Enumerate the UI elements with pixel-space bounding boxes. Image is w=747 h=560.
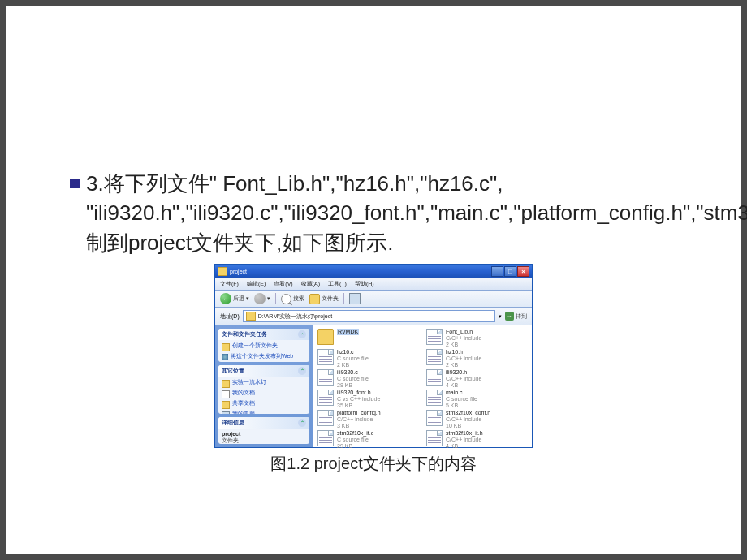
close-button[interactable]: × (517, 266, 529, 277)
go-button[interactable]: → 转到 (505, 312, 527, 321)
forward-button[interactable]: → ▾ (254, 293, 270, 304)
place-mydocs[interactable]: 我的文档 (222, 389, 306, 399)
minimize-button[interactable]: _ (491, 266, 503, 277)
file-item[interactable]: stm32f10x_conf.hC/C++ include 10 KB (426, 410, 527, 429)
details-box: 详细信息 ⌃ project 文件夹 修改日期: 2013年3月5日, 13:5… (218, 417, 309, 444)
search-button[interactable]: 搜索 (281, 294, 304, 304)
file-icon (317, 410, 334, 426)
folder-icon (222, 380, 230, 388)
file-item[interactable]: stm32f10x_it.cC source file 29 KB (317, 430, 418, 449)
menubar: 文件(F) 编辑(E) 查看(V) 收藏(A) 工具(T) 帮助(H) (215, 278, 532, 291)
file-meta: C source file 28 KB (337, 376, 369, 388)
file-name: main.c (446, 390, 477, 396)
file-info: stm32f10x_it.cC source file 29 KB (337, 430, 374, 449)
chevron-down-icon: ▾ (267, 295, 270, 302)
file-name: ili9320.c (337, 369, 369, 376)
place-parent[interactable]: 实验一流水灯 (222, 378, 306, 389)
separator (275, 293, 276, 304)
file-name: Font_Lib.h (446, 329, 481, 335)
file-name: stm32f10x_it.c (337, 430, 374, 437)
task-publish[interactable]: 将这个文件夹发布到Web (222, 352, 306, 361)
shared-docs-icon (222, 401, 230, 409)
address-input[interactable]: D:\ARM\实验一流水灯\project (243, 310, 495, 322)
file-icon (426, 390, 443, 406)
file-list: RVMDKFont_Lib.hC/C++ include 2 KBhz16.cC… (313, 325, 532, 447)
menu-tools[interactable]: 工具(T) (328, 280, 347, 288)
file-name: ili9320_font.h (337, 390, 380, 396)
side-panel: 文件和文件夹任务 ⌃ 创建一个新文件夹 将这个文件夹发布到Web 共享此文件夹 … (215, 325, 313, 447)
file-item[interactable]: Font_Lib.hC/C++ include 2 KB (426, 329, 527, 347)
slide: 3.将下列文件" Font_Lib.h","hz16.h","hz16.c", … (6, 6, 741, 554)
file-item[interactable]: hz16.cC source file 2 KB (317, 349, 418, 368)
collapse-icon: ⌃ (298, 419, 306, 427)
task-new-folder[interactable]: 创建一个新文件夹 (222, 342, 306, 352)
menu-fav[interactable]: 收藏(A) (301, 280, 320, 288)
file-name: ili9320.h (446, 369, 481, 376)
separator (343, 293, 344, 304)
menu-edit[interactable]: 编辑(E) (247, 280, 266, 288)
search-label: 搜索 (293, 295, 304, 303)
details-name: project (222, 431, 240, 437)
file-icon (317, 369, 334, 386)
file-item[interactable]: ili9320.hC/C++ include 4 KB (426, 369, 527, 388)
window-title: project (230, 269, 247, 274)
file-name: stm32f10x_it.h (446, 430, 483, 437)
details-type: 文件夹 (222, 437, 239, 443)
bullet-line-1: 3.将下列文件" Font_Lib.h","hz16.h","hz16.c", (6, 169, 741, 198)
file-meta: C source file 2 KB (337, 355, 369, 368)
titlebar[interactable]: project _ □ × (215, 265, 532, 278)
places-title: 其它位置 (222, 367, 244, 375)
chevron-down-icon[interactable]: ▾ (499, 313, 502, 320)
addressbar: 地址(D) D:\ARM\实验一流水灯\project ▾ → 转到 (215, 308, 532, 325)
task-share[interactable]: 共享此文件夹 (222, 361, 306, 362)
file-name: hz16.c (337, 349, 369, 355)
screenshot-container: project _ □ × 文件(F) 编辑(E) 查看(V) 收藏(A) 工具… (6, 264, 741, 475)
menu-help[interactable]: 帮助(H) (355, 280, 374, 288)
file-name: platform_config.h (337, 410, 381, 416)
details-header[interactable]: 详细信息 ⌃ (218, 417, 309, 429)
menu-view[interactable]: 查看(V) (274, 280, 292, 288)
file-info: ili9320.hC/C++ include 4 KB (446, 369, 481, 388)
file-info: stm32f10x_conf.hC/C++ include 10 KB (446, 410, 490, 429)
file-meta: C/C++ include 10 KB (446, 416, 490, 429)
file-info: stm32f10x_it.hC/C++ include 4 KB (446, 430, 483, 449)
tasks-box: 文件和文件夹任务 ⌃ 创建一个新文件夹 将这个文件夹发布到Web 共享此文件夹 (218, 329, 309, 362)
file-meta: C/C++ include 3 KB (337, 416, 381, 429)
collapse-icon: ⌃ (298, 367, 306, 375)
place-shared[interactable]: 共享文档 (222, 399, 306, 410)
file-icon (317, 430, 334, 446)
file-icon (426, 410, 443, 426)
file-item[interactable]: stm32f10x_it.hC/C++ include 4 KB (426, 430, 527, 449)
back-label: 后退 (233, 295, 244, 303)
tasks-header[interactable]: 文件和文件夹任务 ⌃ (218, 329, 309, 340)
file-item[interactable]: ili9320.cC source file 28 KB (317, 369, 418, 388)
file-name: stm32f10x_conf.h (446, 410, 490, 416)
file-item[interactable]: main.cC source file 5 KB (426, 390, 527, 408)
file-item[interactable]: RVMDK (317, 329, 418, 347)
file-item[interactable]: hz16.hC/C++ include 2 KB (426, 349, 527, 368)
file-icon (426, 349, 443, 365)
places-header[interactable]: 其它位置 ⌃ (218, 365, 309, 377)
file-icon (317, 349, 334, 365)
file-meta: C/C++ include 4 KB (446, 376, 481, 388)
toolbar: ← 后退 ▾ → ▾ 搜索 文件夹 (215, 291, 532, 308)
file-meta: C/C++ include 2 KB (446, 355, 481, 368)
file-item[interactable]: ili9320_font.hC vs C++ include 35 KB (317, 390, 418, 408)
place-computer[interactable]: 我的电脑 (222, 410, 306, 414)
back-arrow-icon: ← (220, 293, 231, 304)
folders-button[interactable]: 文件夹 (309, 294, 339, 304)
forward-arrow-icon: → (254, 293, 266, 304)
file-info: ili9320.cC source file 28 KB (337, 369, 369, 388)
menu-file[interactable]: 文件(F) (220, 280, 239, 288)
file-info: Font_Lib.hC/C++ include 2 KB (446, 329, 481, 347)
file-info: platform_config.hC/C++ include 3 KB (337, 410, 381, 429)
file-icon (426, 329, 443, 345)
back-button[interactable]: ← 后退 ▾ (220, 293, 249, 304)
views-icon[interactable] (349, 293, 361, 304)
collapse-icon: ⌃ (298, 330, 306, 338)
explorer-window: project _ □ × 文件(F) 编辑(E) 查看(V) 收藏(A) 工具… (214, 264, 533, 448)
maximize-button[interactable]: □ (504, 266, 516, 277)
file-icon (426, 369, 443, 386)
file-item[interactable]: platform_config.hC/C++ include 3 KB (317, 410, 418, 429)
search-icon (281, 294, 291, 304)
